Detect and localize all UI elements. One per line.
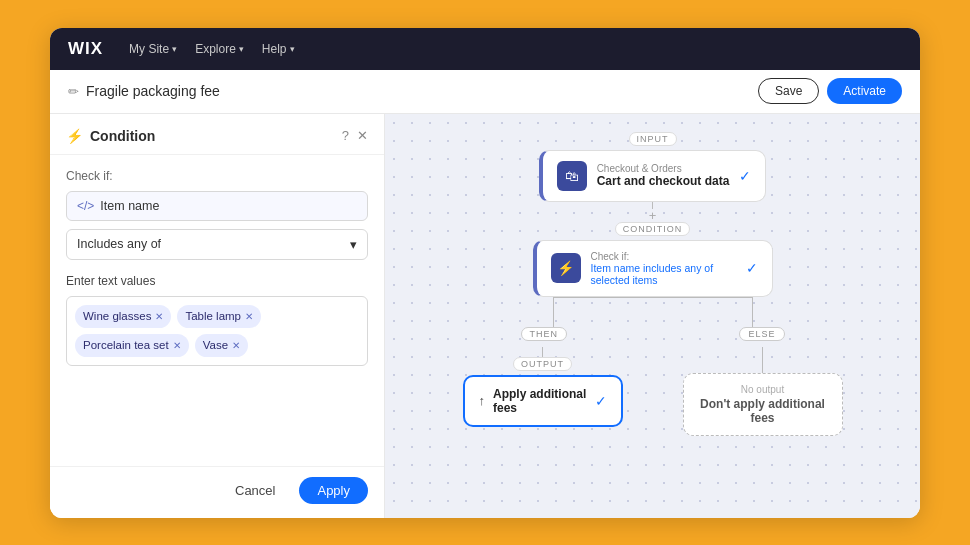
- nav-help[interactable]: Help ▾: [262, 42, 295, 56]
- nav-explore[interactable]: Explore ▾: [195, 42, 244, 56]
- condition-node-card[interactable]: ⚡ Check if: Item name includes any of se…: [533, 240, 773, 297]
- tag-wine-glasses: Wine glasses ✕: [75, 305, 171, 328]
- tag-table-lamp: Table lamp ✕: [177, 305, 261, 328]
- condition-expression: Item name includes any of selected items: [591, 262, 736, 286]
- condition-icon: ⚡: [66, 128, 83, 144]
- sidebar-body: Check if: </> Item name Includes any of …: [50, 155, 384, 466]
- tag-remove-icon[interactable]: ✕: [155, 311, 163, 322]
- input-node-main: Cart and checkout data: [597, 174, 730, 188]
- condition-node-icon: ⚡: [551, 253, 581, 283]
- check-icon: ✓: [739, 168, 751, 184]
- output-row: OUTPUT ↑ Apply additional fees ✓ No outp…: [463, 347, 843, 436]
- else-output-vline: [762, 347, 763, 373]
- chevron-down-icon: ▾: [172, 44, 177, 54]
- connector-1: +: [652, 202, 653, 222]
- check-if-label: Check if:: [66, 169, 368, 183]
- chevron-down-icon: ▾: [290, 44, 295, 54]
- else-vline: [752, 297, 753, 327]
- apply-button[interactable]: Apply: [299, 477, 368, 504]
- sidebar-header: ⚡ Condition ? ✕: [50, 114, 384, 155]
- else-badge-wrapper: ELSE: [739, 327, 784, 345]
- then-vline: [553, 297, 554, 327]
- tag-remove-icon[interactable]: ✕: [245, 311, 253, 322]
- then-badge-wrapper: THEN: [521, 327, 568, 345]
- tag-remove-icon[interactable]: ✕: [173, 340, 181, 351]
- tag-remove-icon[interactable]: ✕: [232, 340, 240, 351]
- enter-values-label: Enter text values: [66, 274, 368, 288]
- tags-container[interactable]: Wine glasses ✕ Table lamp ✕ Porcelain te…: [66, 296, 368, 366]
- condition-sidebar: ⚡ Condition ? ✕ Check if: </> Item name …: [50, 114, 385, 518]
- then-output-vline: [542, 347, 543, 357]
- then-output: OUTPUT ↑ Apply additional fees ✓: [463, 347, 623, 427]
- output-label: OUTPUT: [513, 357, 572, 371]
- main-area: ⚡ Condition ? ✕ Check if: </> Item name …: [50, 114, 920, 518]
- check-icon: ✓: [595, 393, 607, 409]
- flow-diagram: INPUT 🛍 Checkout & Orders Cart and check…: [385, 114, 920, 518]
- input-node-sub: Checkout & Orders: [597, 163, 730, 174]
- help-icon[interactable]: ?: [342, 128, 349, 143]
- input-node-card[interactable]: 🛍 Checkout & Orders Cart and checkout da…: [539, 150, 767, 202]
- close-icon[interactable]: ✕: [357, 128, 368, 143]
- no-output-sub: No output: [698, 384, 828, 395]
- tag-porcelain-tea-set: Porcelain tea set ✕: [75, 334, 189, 357]
- checkout-icon: 🛍: [557, 161, 587, 191]
- input-node-text: Checkout & Orders Cart and checkout data: [597, 163, 730, 188]
- sidebar-title-area: ⚡ Condition: [66, 128, 155, 144]
- sidebar-controls: ? ✕: [342, 128, 368, 143]
- apply-fees-node[interactable]: ↑ Apply additional fees ✓: [463, 375, 623, 427]
- chevron-down-icon: ▾: [239, 44, 244, 54]
- edit-icon: ✏: [68, 84, 79, 99]
- else-badge: ELSE: [739, 327, 784, 341]
- code-icon: </>: [77, 199, 94, 213]
- top-navigation: WIX My Site ▾ Explore ▾ Help ▾: [50, 28, 920, 70]
- main-window: WIX My Site ▾ Explore ▾ Help ▾ ✏ Fragile…: [50, 28, 920, 518]
- wix-logo: WIX: [68, 39, 103, 59]
- activate-button[interactable]: Activate: [827, 78, 902, 104]
- chevron-down-icon: ▾: [350, 237, 357, 252]
- sidebar-footer: Cancel Apply: [50, 466, 384, 518]
- branch-container: THEN ELSE: [463, 297, 843, 347]
- flow-canvas: INPUT 🛍 Checkout & Orders Cart and check…: [385, 114, 920, 518]
- sidebar-title: Condition: [90, 128, 155, 144]
- else-output: No output Don't apply additional fees: [683, 347, 843, 436]
- branch-line: [553, 297, 753, 298]
- no-output-node: No output Don't apply additional fees: [683, 373, 843, 436]
- operator-value: Includes any of: [77, 237, 161, 251]
- cancel-button[interactable]: Cancel: [221, 477, 289, 504]
- page-title: Fragile packaging fee: [86, 83, 220, 99]
- upload-icon: ↑: [479, 393, 486, 408]
- header-actions: Save Activate: [758, 78, 902, 104]
- then-badge: THEN: [521, 327, 568, 341]
- save-button[interactable]: Save: [758, 78, 819, 104]
- plus-icon: +: [649, 209, 657, 222]
- tag-vase: Vase ✕: [195, 334, 248, 357]
- page-title-area: ✏ Fragile packaging fee: [68, 83, 220, 99]
- operator-selector[interactable]: Includes any of ▾: [66, 229, 368, 260]
- condition-label: CONDITION: [615, 222, 691, 236]
- condition-node-text: Check if: Item name includes any of sele…: [591, 251, 736, 286]
- input-label: INPUT: [629, 132, 677, 146]
- field-selector[interactable]: </> Item name: [66, 191, 368, 221]
- subheader: ✏ Fragile packaging fee Save Activate: [50, 70, 920, 114]
- field-value: Item name: [100, 199, 159, 213]
- condition-check: Check if:: [591, 251, 736, 262]
- nav-my-site[interactable]: My Site ▾: [129, 42, 177, 56]
- check-icon: ✓: [746, 260, 758, 276]
- no-output-main: Don't apply additional fees: [698, 397, 828, 425]
- apply-fees-label: Apply additional fees: [493, 387, 587, 415]
